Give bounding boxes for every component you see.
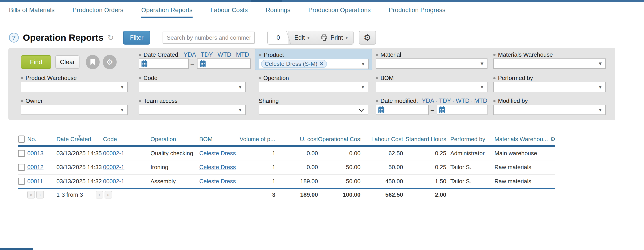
tab-operation-reports[interactable]: Operation Reports	[141, 2, 192, 18]
shortcut-yda[interactable]: YDA	[184, 51, 196, 58]
performed-by-select[interactable]: ▼	[493, 82, 606, 92]
cell-performed-by: Administrator	[446, 146, 490, 160]
tab-production-orders[interactable]: Production Orders	[72, 2, 124, 18]
column-header-performed-by[interactable]: Performed by	[446, 134, 490, 146]
date-modified-to-input[interactable]	[437, 104, 488, 115]
column-header-operational-cost[interactable]: Operational Cost	[318, 134, 360, 146]
print-button[interactable]: Print ▾	[315, 31, 353, 44]
code-select[interactable]: ▼	[139, 82, 246, 92]
column-header-no[interactable]: No.	[27, 134, 56, 146]
row-checkbox-cell	[18, 160, 27, 174]
find-button[interactable]: Find	[21, 55, 51, 69]
tab-routings[interactable]: Routings	[266, 2, 290, 18]
cell-u-cost: 189.00	[276, 174, 318, 188]
dropdown-arrow-icon: ▼	[121, 85, 124, 89]
select-all-checkbox[interactable]	[18, 136, 25, 143]
sharing-select[interactable]	[259, 104, 368, 115]
column-header-labour-cost[interactable]: Labour Cost	[360, 134, 403, 146]
date-created-to-input[interactable]	[197, 58, 251, 69]
owner-select[interactable]: ▼	[21, 104, 128, 115]
pagination-last-button[interactable]: »	[104, 191, 112, 198]
tab-bills-of-materials[interactable]: Bills of Materials	[9, 2, 55, 18]
shortcut-tdy[interactable]: TDY	[439, 98, 451, 104]
team-access-select[interactable]: ▼	[139, 104, 246, 115]
pagination-next-button[interactable]: ›	[96, 191, 103, 198]
shortcut-wtd[interactable]: WTD	[218, 51, 231, 58]
tab-production-operations[interactable]: Production Operations	[308, 2, 371, 18]
save-filter-button[interactable]	[86, 55, 100, 69]
tab-production-progress[interactable]: Production Progress	[389, 2, 446, 18]
column-header-standard-hours[interactable]: Standard Hours	[403, 134, 446, 146]
report-link[interactable]: 00013	[27, 150, 44, 156]
materials-warehouse-label-text: Materials Warehouse	[498, 51, 553, 58]
dot-separator: ·	[471, 98, 473, 104]
column-header-code[interactable]: Code	[103, 134, 150, 146]
order-link[interactable]: 00002-1	[103, 178, 124, 184]
chevron-down-icon: ▾	[308, 36, 310, 40]
column-header-u-cost[interactable]: U. cost	[276, 134, 318, 146]
bom-link[interactable]: Celeste Dress	[199, 164, 236, 170]
bom-select[interactable]: ▼	[376, 82, 488, 92]
cell-no: 00012	[27, 160, 56, 174]
product-warehouse-select[interactable]: ▼	[21, 82, 128, 92]
shortcut-yda[interactable]: YDA	[422, 98, 434, 104]
row-checkbox[interactable]	[18, 150, 25, 157]
cell-operational-cost: 0.00	[318, 146, 360, 160]
pagination-first-button[interactable]: «	[27, 191, 35, 198]
sort-desc-icon: ▾	[78, 134, 80, 139]
operation-reports-page: Bills of Materials Production Orders Ope…	[0, 0, 644, 250]
column-header-operation[interactable]: Operation	[150, 134, 199, 146]
shortcut-mtd[interactable]: MTD	[474, 98, 487, 104]
column-header-volume[interactable]: Volume of p...	[240, 134, 276, 146]
date-modified-from-input[interactable]	[376, 104, 429, 115]
owner-label-text: Owner	[26, 98, 43, 104]
refresh-icon[interactable]: ↻	[108, 33, 114, 42]
column-header-date-created[interactable]: ▾Date Created	[56, 134, 103, 146]
row-checkbox[interactable]	[18, 178, 25, 185]
shortcut-wtd[interactable]: WTD	[456, 98, 469, 104]
tab-labour-costs[interactable]: Labour Costs	[210, 2, 248, 18]
report-link[interactable]: 00011	[27, 178, 43, 184]
column-header-bom[interactable]: BOM	[199, 134, 240, 146]
total-operational-cost: 100.00	[318, 188, 360, 200]
dropdown-arrow-icon: ▼	[239, 85, 242, 89]
report-link[interactable]: 00012	[27, 164, 44, 170]
order-link[interactable]: 00002-1	[103, 150, 124, 156]
cell-bom: Celeste Dress	[199, 146, 240, 160]
date-created-from-input[interactable]	[139, 58, 189, 69]
top-bar-scroll-indicator[interactable]	[251, 0, 282, 2]
bullet-icon	[493, 77, 496, 79]
modified-by-select[interactable]: ▼	[493, 104, 606, 115]
column-header-materials-warehouse[interactable]: Materials Warehou...⚙▾	[490, 134, 555, 146]
material-select[interactable]: ▼	[376, 58, 488, 69]
bullet-icon	[139, 54, 141, 56]
pagination-prev-button[interactable]: ‹	[36, 191, 44, 198]
bom-link[interactable]: Celeste Dress	[199, 178, 236, 184]
materials-warehouse-select[interactable]: ▼	[493, 58, 606, 69]
date-modified-label-text: Date modified:	[380, 98, 418, 104]
shortcut-mtd[interactable]: MTD	[236, 51, 249, 58]
help-icon[interactable]: ?	[9, 33, 19, 42]
clear-button[interactable]: Clear	[55, 55, 80, 69]
settings-button[interactable]: ⚙	[359, 31, 376, 44]
product-select[interactable]: Celeste Dress (S-M) × ▼	[259, 59, 368, 69]
cell-no: 00011	[27, 174, 56, 188]
bullet-icon	[493, 54, 496, 56]
row-checkbox[interactable]	[18, 164, 25, 171]
bullet-icon	[259, 77, 261, 79]
cell-volume: 1	[240, 160, 276, 174]
edit-button[interactable]: Edit ▾	[289, 31, 315, 44]
bom-link[interactable]: Celeste Dress	[199, 150, 236, 156]
shortcut-tdy[interactable]: TDY	[201, 51, 213, 58]
order-link[interactable]: 00002-1	[103, 164, 124, 170]
product-label: Product	[259, 52, 284, 58]
dropdown-arrow-icon: ▼	[599, 85, 602, 89]
search-input[interactable]	[162, 32, 255, 44]
filter-button[interactable]: Filter	[123, 31, 150, 44]
filter-settings-button[interactable]: ⚙	[103, 55, 117, 69]
close-icon[interactable]: ×	[320, 61, 323, 67]
operation-select[interactable]: ▼	[259, 82, 368, 92]
cell-labour-cost: 62.50	[360, 146, 403, 160]
footer-empty-cell	[490, 188, 555, 200]
column-settings-gear-icon[interactable]: ⚙	[550, 136, 555, 142]
